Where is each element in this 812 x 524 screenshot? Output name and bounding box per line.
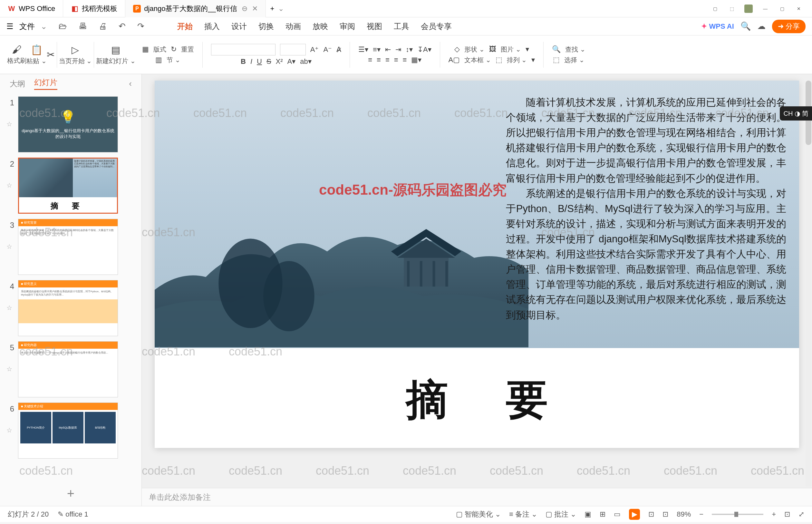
tab-animation[interactable]: 动画 [285,21,301,32]
strike-button[interactable]: S [266,58,271,66]
section-button[interactable]: 节 ⌄ [167,56,180,64]
thumbnail-5[interactable]: ■ 研究内容本次设计任务是要设计一个django基于大数据的银行信用卡用户的数仓… [18,341,118,397]
italic-button[interactable]: I [250,58,252,66]
dropdown-icon[interactable]: ⌄ [278,4,284,13]
find-icon[interactable]: 🔍 [552,45,561,53]
maximize-icon[interactable]: ▢ [778,4,786,13]
superscript-button[interactable]: X² [276,58,283,66]
notes-toggle[interactable]: ≡ 备注 ⌄ [509,509,537,519]
font-select[interactable] [211,44,276,55]
bullets-button[interactable]: ☰▾ [358,46,368,54]
section-icon[interactable]: ▥ [155,56,162,64]
increase-font-icon[interactable]: A⁺ [310,46,319,54]
align-center-button[interactable]: ≡ [377,56,381,64]
decrease-font-icon[interactable]: A⁻ [323,46,332,54]
shape-icon[interactable]: ◇ [454,45,460,53]
thumbnails[interactable]: 1☆ 💡django基于大数据的__银行信用卡用户的数仓系统的设计与实现 2☆ … [0,93,142,481]
arrange-icon[interactable]: ⬚ [496,56,502,64]
tab-review[interactable]: 审阅 [339,21,355,32]
fit-window-button[interactable]: ⊡ [784,510,790,519]
minimize-icon[interactable]: — [761,4,769,13]
image-button[interactable]: 图片 ⌄ [501,45,521,54]
star-icon[interactable]: ☆ [6,413,14,434]
zoom-out-button[interactable]: − [699,510,703,519]
align-right-button[interactable]: ≡ [385,56,390,64]
thumbnail-4[interactable]: ■ 研究意义系统阐述的是银行信用卡用户的数仓系统的设计与实现，对于Python、… [18,280,118,336]
save-icon[interactable]: 🖶 [79,21,87,31]
thumbnail-3[interactable]: ■ 研究背景随着计算机技术发展，计算机系统的应用已延伸到社会的各个领域，大量基于… [18,219,118,275]
clear-format-icon[interactable]: A̷ [336,46,341,54]
search-icon[interactable]: 🔍 [741,21,751,31]
arrange-button[interactable]: 排列 ⌄ [507,56,527,64]
star-icon[interactable]: ☆ [6,107,14,128]
slide-body-text[interactable]: 随着计算机技术发展，计算机系统的应用已延伸到社会的各个领域，大量基于大数据的广泛… [506,95,786,323]
tab-transition[interactable]: 切换 [259,21,274,32]
layout-icon[interactable]: ▦ [142,45,149,53]
tab-close-x[interactable]: ✕ [252,4,258,13]
close-tab-icon[interactable]: ⊖ [242,4,247,13]
avatar[interactable] [744,4,753,13]
outline-tab[interactable]: 大纲 [10,79,25,89]
star-icon[interactable]: ☆ [6,168,14,189]
fit-icon[interactable]: ⊡ [662,510,668,519]
textbox-icon[interactable]: A▢ [449,56,460,64]
zoom-slider[interactable] [712,514,763,515]
find-button[interactable]: 查找 ⌄ [565,45,585,54]
star-icon[interactable]: ☆ [6,291,14,312]
text-direction-button[interactable]: ↧A▾ [417,46,431,54]
paste-button[interactable]: 📋粘贴 ⌄ [27,44,47,65]
select-button[interactable]: 选择 ⌄ [564,56,584,64]
share-button[interactable]: ➜ 分享 [772,20,806,33]
new-tab-button[interactable]: + ⌄ [266,0,288,17]
normal-view-icon[interactable]: ▣ [584,510,591,519]
indent-left-button[interactable]: ⇤ [385,46,391,54]
reset-button[interactable]: 重置 [181,45,194,54]
select-icon[interactable]: ⬚ [553,56,560,64]
indent-right-button[interactable]: ⇥ [395,46,401,54]
reading-view-icon[interactable]: ▭ [614,510,620,519]
cloud-icon[interactable]: ☁ [757,21,766,31]
underline-button[interactable]: U [257,58,262,66]
add-slide-button[interactable]: + [67,486,74,501]
redo-icon[interactable]: ↷ [137,21,144,31]
review-toggle[interactable]: ▢ 批注 ⌄ [546,509,576,519]
wps-ai-button[interactable]: ✦ WPS AI [701,22,734,31]
expand-icon[interactable]: ⤢ [798,510,804,519]
reset-icon[interactable]: ↻ [171,45,177,53]
tab-member[interactable]: 会员专享 [421,21,452,32]
format-brush-button[interactable]: 🖌格式刷 [7,44,27,65]
star-icon[interactable]: ☆ [6,352,14,373]
star-icon[interactable]: ☆ [6,230,14,250]
tab-templates[interactable]: ◧ 找稻壳模板 [63,0,125,17]
undo-icon[interactable]: ↶ [119,21,126,31]
tab-start[interactable]: 开始 [177,21,193,32]
tab-document[interactable]: P django基于大数据的__银行信 ⊖ ✕ [125,0,266,17]
open-icon[interactable]: 🗁 [59,21,67,31]
new-slide-button[interactable]: ▤新建幻灯片 ⌄ [96,44,136,65]
tab-tools[interactable]: 工具 [394,21,409,32]
canvas-scroll[interactable]: 随着计算机技术发展，计算机系统的应用已延伸到社会的各个领域，大量基于大数据的广泛… [142,74,812,488]
tab-wps-office[interactable]: W WPS Office [0,0,63,17]
tab-view[interactable]: 视图 [367,21,382,32]
zoom-slider-thumb[interactable] [734,512,738,517]
line-spacing-button[interactable]: ↕▾ [406,46,413,54]
font-size-select[interactable] [280,44,306,55]
print-icon[interactable]: 🖨 [99,21,107,31]
cube-icon[interactable]: ⬚ [728,4,736,13]
slide[interactable]: 随着计算机技术发展，计算机系统的应用已延伸到社会的各个领域，大量基于大数据的广泛… [155,81,799,448]
thumbnail-1[interactable]: 💡django基于大数据的__银行信用卡用户的数仓系统的设计与实现 [18,96,118,152]
bold-button[interactable]: B [241,58,246,66]
grid-icon[interactable]: ⊡ [648,510,654,519]
panel-icon[interactable]: ▢ [711,4,719,13]
start-from-current-button[interactable]: ▷当页开始 ⌄ [59,44,92,65]
columns-button[interactable]: ▦▾ [411,56,421,64]
fill-icon[interactable]: ▾ [526,45,529,53]
zoom-in-button[interactable]: + [772,510,776,519]
textbox-button[interactable]: 文本框 ⌄ [464,56,491,64]
slides-tab[interactable]: 幻灯片 [34,77,57,90]
align-left-button[interactable]: ≡ [368,56,372,64]
slide-title[interactable]: 摘 要 [155,372,799,429]
image-icon[interactable]: 🖼 [489,45,496,53]
numbering-button[interactable]: ≡▾ [373,46,381,54]
sorter-view-icon[interactable]: ⊞ [600,510,606,519]
